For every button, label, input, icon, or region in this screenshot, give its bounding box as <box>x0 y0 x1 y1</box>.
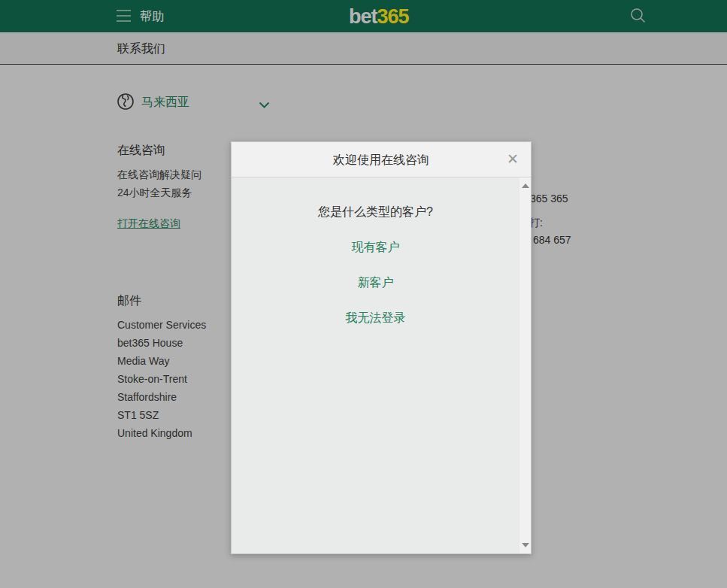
modal-scrollbar[interactable] <box>520 177 531 553</box>
modal-body: 您是什么类型的客户? 现有客户 新客户 我无法登录 <box>232 177 531 553</box>
scroll-down-arrow-icon[interactable] <box>522 543 529 547</box>
page: 帮助 bet365 联系我们 马来西亚 在 <box>0 0 727 588</box>
customer-type-question: 您是什么类型的客户? <box>232 205 520 220</box>
modal-title: 欢迎使用在线咨询 <box>232 153 531 168</box>
option-existing-customer[interactable]: 现有客户 <box>232 240 520 256</box>
modal-header: 欢迎使用在线咨询 ✕ <box>232 142 531 177</box>
scroll-up-arrow-icon[interactable] <box>522 183 529 188</box>
option-cannot-login[interactable]: 我无法登录 <box>232 311 520 326</box>
option-new-customer[interactable]: 新客户 <box>232 275 520 291</box>
live-chat-modal: 欢迎使用在线咨询 ✕ 您是什么类型的客户? 现有客户 新客户 我无法登录 <box>231 141 532 554</box>
close-icon[interactable]: ✕ <box>505 151 520 166</box>
